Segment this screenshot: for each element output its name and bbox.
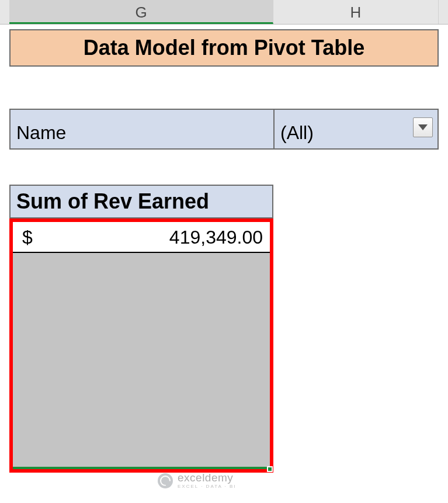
selection-fill-handle[interactable] [267,466,273,472]
gutter [0,0,9,24]
column-header-h[interactable]: H [273,0,439,24]
svg-marker-0 [418,124,428,130]
pivot-filter-row: Name (All) [9,109,439,150]
selected-empty-cells[interactable] [13,253,270,469]
filter-field-label: Name [11,110,275,148]
pivot-value-number: 419,349.00 [169,227,263,248]
watermark-brand: exceldemy [178,472,237,483]
chevron-down-icon [418,124,428,130]
filter-dropdown-button[interactable] [413,117,433,137]
filter-value-cell[interactable]: (All) [275,110,437,148]
column-header-row: G H [0,0,448,25]
title-merged-cell: Data Model from Pivot Table [9,29,439,67]
pivot-value-cell[interactable]: $ 419,349.00 [13,222,270,253]
watermark-text: exceldemy EXCEL · DATA · BI [178,472,237,489]
currency-symbol: $ [22,227,33,248]
pivot-values-header: Sum of Rev Earned [11,186,272,218]
watermark-logo-icon [158,473,173,488]
pivot-table-block: Sum of Rev Earned [9,185,273,218]
selected-range[interactable]: $ 419,349.00 [9,218,273,473]
title-text: Data Model from Pivot Table [84,36,364,60]
watermark: exceldemy EXCEL · DATA · BI [158,472,237,489]
filter-value-text: (All) [280,122,314,144]
worksheet-area: Data Model from Pivot Table Name (All) S… [0,25,448,473]
column-header-g[interactable]: G [9,0,273,24]
watermark-tagline: EXCEL · DATA · BI [178,484,237,489]
